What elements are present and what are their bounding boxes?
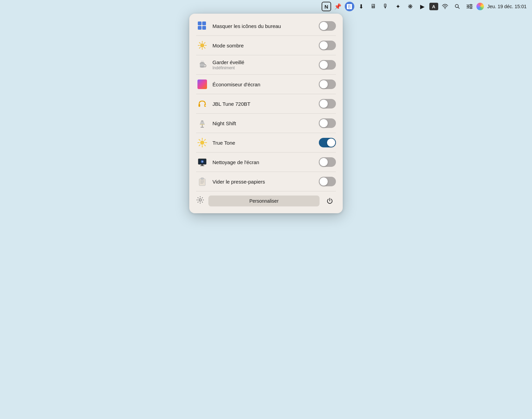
svg-point-27	[200, 66, 205, 68]
hide-desktop-icons-item[interactable]: Masquer les icônes du bureau	[189, 16, 343, 35]
screensaver-icon	[196, 78, 208, 90]
screensaver-item[interactable]: Économiseur d'écran	[189, 75, 343, 94]
svg-rect-14	[198, 26, 202, 30]
svg-line-21	[200, 43, 201, 44]
grid-icon	[196, 20, 208, 32]
clipboard-label: Vider le presse-papiers	[212, 179, 319, 185]
keep-awake-label: Garder éveillé	[212, 59, 319, 65]
svg-point-55	[199, 199, 202, 201]
svg-line-40	[199, 140, 200, 141]
screen-clean-icon: ✦	[196, 156, 208, 168]
menubar: N 📌 🅱 ⬇ 🖥 🎙 ✦ ❋ ▶ A	[0, 0, 532, 13]
sun-bright-icon	[196, 136, 208, 149]
svg-rect-33	[201, 120, 203, 121]
dark-mode-item[interactable]: Mode sombre	[189, 36, 343, 55]
toggle-knob	[327, 139, 335, 147]
screensaver-label: Économiseur d'écran	[212, 82, 319, 87]
pin-icon[interactable]: 📌	[332, 1, 343, 12]
wifi-icon[interactable]	[440, 1, 450, 12]
svg-line-2	[458, 7, 459, 9]
svg-line-22	[204, 47, 205, 48]
svg-rect-51	[201, 178, 204, 179]
svg-line-23	[204, 43, 205, 44]
toggle-knob	[320, 177, 328, 186]
toggle-knob	[320, 119, 328, 127]
clipboard-item[interactable]: Vider le presse-papiers	[189, 172, 343, 191]
panel-footer: Personnaliser	[189, 191, 343, 211]
keep-awake-sublabel: Indéfiniment	[212, 66, 319, 70]
search-icon[interactable]	[452, 1, 463, 12]
night-shift-toggle[interactable]	[319, 118, 336, 128]
svg-point-0	[445, 8, 445, 9]
jbl-item[interactable]: B JBL Tune 720BT	[189, 94, 343, 113]
podcast-icon[interactable]: 🎙	[380, 1, 391, 12]
svg-line-41	[204, 145, 205, 146]
night-shift-item[interactable]: Night Shift	[189, 114, 343, 133]
svg-line-42	[204, 140, 205, 141]
svg-rect-15	[202, 26, 206, 30]
screensaver-toggle[interactable]	[319, 80, 336, 89]
screen-clean-item[interactable]: ✦ Nettoyage de l'écran	[189, 153, 343, 172]
jbl-toggle[interactable]	[319, 99, 336, 109]
svg-point-3	[470, 4, 472, 6]
text-icon[interactable]: A	[429, 3, 438, 10]
dark-mode-label: Mode sombre	[212, 43, 319, 48]
svg-text:✦: ✦	[202, 161, 203, 163]
menubar-time: Jeu. 19 déc. 15:01	[487, 4, 527, 9]
coffee-icon	[196, 59, 208, 71]
true-tone-label: True Tone	[212, 140, 319, 146]
toggle-knob	[320, 80, 328, 88]
play-icon[interactable]: ▶	[417, 1, 428, 12]
gear-icon[interactable]	[196, 196, 204, 206]
toggle-knob	[320, 100, 328, 108]
spark-icon[interactable]: ❋	[405, 1, 416, 12]
clipboard-toggle[interactable]	[319, 177, 336, 186]
toggle-knob	[320, 41, 328, 49]
keep-awake-toggle[interactable]	[319, 60, 336, 70]
personnaliser-button[interactable]: Personnaliser	[208, 196, 320, 206]
controls-icon[interactable]	[464, 1, 475, 12]
toggle-knob	[320, 158, 328, 166]
headphones-bluetooth-icon: B	[196, 98, 208, 110]
svg-rect-49	[200, 165, 204, 166]
svg-line-24	[200, 47, 201, 48]
night-shift-label: Night Shift	[212, 120, 319, 126]
keep-awake-item[interactable]: Garder éveillé Indéfiniment	[189, 55, 343, 74]
download-icon[interactable]: ⬇	[356, 1, 367, 12]
svg-point-35	[201, 141, 204, 145]
lamp-icon	[196, 117, 208, 129]
hide-desktop-icons-toggle[interactable]	[319, 21, 336, 31]
true-tone-toggle[interactable]	[319, 138, 336, 147]
svg-text:B: B	[205, 104, 207, 106]
svg-rect-28	[198, 104, 200, 107]
display-icon[interactable]: 🖥	[368, 1, 379, 12]
svg-rect-13	[202, 21, 206, 25]
svg-point-16	[201, 44, 204, 47]
screen-clean-toggle[interactable]	[319, 157, 336, 167]
raycast-icon[interactable]: ✦	[393, 1, 403, 12]
svg-rect-48	[201, 164, 203, 165]
svg-line-43	[199, 145, 200, 146]
screen-clean-label: Nettoyage de l'écran	[212, 159, 319, 165]
true-tone-item[interactable]: True Tone	[189, 133, 343, 152]
notion-icon[interactable]: N	[322, 2, 331, 11]
jbl-label: JBL Tune 720BT	[212, 101, 319, 107]
svg-rect-12	[198, 21, 202, 25]
cisco-icon[interactable]: 🅱	[345, 2, 354, 11]
toggle-knob	[320, 61, 328, 69]
clipboard-icon	[196, 175, 208, 188]
toggle-knob	[320, 22, 328, 30]
hide-desktop-icons-label: Masquer les icônes du bureau	[212, 23, 319, 29]
sun-icon	[196, 39, 208, 52]
power-icon[interactable]	[324, 195, 336, 207]
apple-color-icon[interactable]	[476, 3, 484, 10]
svg-point-9	[470, 8, 472, 9]
settings-panel: Masquer les icônes du bureau Mode sombre	[189, 14, 343, 213]
dark-mode-toggle[interactable]	[319, 41, 336, 50]
svg-point-6	[468, 6, 469, 7]
svg-point-34	[200, 124, 205, 125]
